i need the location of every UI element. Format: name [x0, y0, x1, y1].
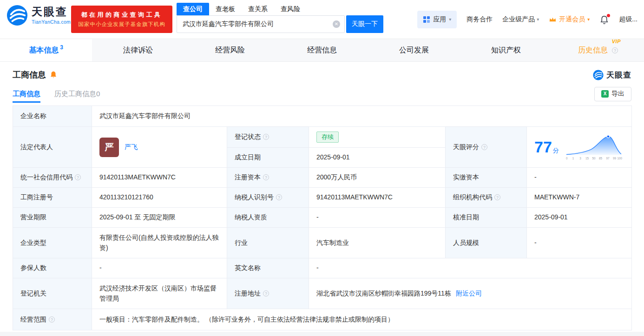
chart-tick: 15 — [585, 157, 589, 160]
paid-capital-value: - — [527, 168, 632, 188]
info-icon[interactable] — [276, 194, 282, 200]
enterprise-products-menu[interactable]: 企业级产品 — [502, 15, 539, 24]
tab-business-info[interactable]: 经营信息 — [276, 39, 368, 61]
notification-dot — [607, 14, 610, 17]
tab-company-development[interactable]: 公司发展 — [368, 39, 460, 61]
industry-label: 行业 — [227, 228, 309, 258]
tianyancha-logo-icon — [7, 5, 28, 26]
export-button[interactable]: 导出 — [594, 87, 631, 101]
field-label: 成立日期 — [235, 153, 261, 161]
notification-bell-icon[interactable] — [599, 15, 609, 25]
reg-address-label: 注册地址 — [227, 278, 309, 309]
info-icon[interactable] — [263, 174, 269, 180]
reg-capital-value: 2000万人民币 — [309, 168, 446, 188]
establish-date-value: 2025-09-01 — [309, 148, 446, 168]
subtab-business-info[interactable]: 工商信息 — [13, 85, 40, 103]
paid-capital-label: 实缴资本 — [446, 168, 527, 188]
info-icon[interactable] — [481, 144, 487, 150]
field-label: 登记状态 — [235, 133, 261, 140]
tab-count-badge: 3 — [60, 44, 63, 51]
chevron-down-icon — [587, 17, 590, 22]
subtab-history-business-info[interactable]: 历史工商信息0 — [54, 85, 100, 103]
search-box — [177, 15, 345, 33]
vip-upgrade-menu[interactable]: 开通会员 — [549, 15, 590, 24]
apps-label: 应用 — [433, 15, 446, 24]
apps-menu[interactable]: 应用 — [417, 11, 457, 28]
reg-authority-label: 登记机关 — [13, 278, 92, 309]
info-icon[interactable] — [263, 290, 269, 296]
reg-status-label: 登记状态 — [227, 127, 309, 148]
tab-label: 法律诉讼 — [123, 46, 153, 55]
table-row: 统一社会信用代码 91420113MAETKWWN7C 注册资本 2000万人民… — [13, 168, 632, 188]
chart-tick: 1 — [572, 157, 574, 160]
chart-tick: 100 — [617, 157, 622, 160]
field-label: 营业期限 — [20, 213, 46, 221]
table-row: 工商注册号 420113210121760 纳税人识别号 91420113MAE… — [13, 188, 632, 208]
super-vip-link[interactable]: 超级... — [619, 15, 637, 24]
search-tab-risk[interactable]: 查风险 — [274, 3, 307, 15]
reg-number-value: 420113210121760 — [92, 188, 227, 208]
field-label: 天眼评分 — [453, 143, 479, 151]
status-badge: 存续 — [316, 132, 339, 143]
address-text: 湖北省武汉市汉南区纱帽街幸福园路199号11栋 — [316, 290, 451, 297]
score-number: 77 — [534, 139, 552, 155]
reg-number-label: 工商注册号 — [13, 188, 92, 208]
info-icon[interactable] — [49, 316, 55, 323]
chevron-down-icon — [537, 17, 539, 22]
field-label: 参保人数 — [20, 264, 46, 271]
info-icon[interactable] — [75, 174, 81, 180]
english-name-value: - — [309, 258, 632, 278]
watermark-brand: 天眼查 — [606, 70, 631, 80]
tab-operation-risk[interactable]: 经营风险 — [184, 39, 276, 61]
field-label: 登记机关 — [20, 290, 46, 297]
brand-logo[interactable]: 天眼查 TianYanCha.com — [7, 5, 71, 26]
field-label: 注册地址 — [235, 290, 261, 297]
score-value: 77 分 — [527, 127, 632, 168]
legal-rep-card: 严 严飞 — [99, 138, 219, 157]
table-row: 企业类型 有限责任公司(自然人投资或控股的法人独资) 行业 汽车制造业 人员规模… — [13, 228, 632, 258]
table-row: 参保人数 - 英文名称 - — [13, 258, 632, 278]
clear-icon[interactable] — [333, 20, 340, 28]
credit-code-label: 统一社会信用代码 — [13, 168, 92, 188]
search-tab-relation[interactable]: 查关系 — [242, 3, 274, 15]
legal-rep-link[interactable]: 严飞 — [125, 142, 138, 152]
info-icon[interactable] — [263, 134, 269, 140]
staff-size-value: - — [527, 228, 632, 258]
chart-tick: 3 — [579, 157, 581, 160]
business-term-value: 2025-09-01 至 无固定期限 — [92, 208, 227, 228]
tab-legal-proceedings[interactable]: 法律诉讼 — [92, 39, 184, 61]
excel-icon — [601, 90, 609, 98]
search-tab-company[interactable]: 查公司 — [177, 3, 209, 15]
score-widget: 77 分 — [534, 134, 624, 161]
org-code-label: 组织机构代码 — [446, 188, 527, 208]
chart-tick: 97 — [606, 157, 609, 160]
taxpayer-quality-label: 纳税人资质 — [227, 208, 309, 228]
crown-icon — [549, 16, 557, 23]
info-icon[interactable] — [612, 47, 618, 53]
table-row: 企业名称 武汉市延鑫汽车零部件有限公司 — [13, 106, 632, 127]
info-icon[interactable] — [494, 194, 500, 200]
section-watermark: 天眼查 — [593, 70, 631, 80]
legal-rep-label: 法定代表人 — [13, 127, 92, 168]
reg-address-value: 湖北省武汉市汉南区纱帽街幸福园路199号11栋附近公司 — [309, 278, 632, 309]
tab-history-info[interactable]: 历史信息 VIP — [552, 39, 644, 61]
table-row: 登记机关 武汉经济技术开发区（汉南区）市场监督管理局 注册地址 湖北省武汉市汉南… — [13, 278, 632, 309]
nearby-companies-link[interactable]: 附近公司 — [456, 290, 482, 297]
score-marker-dot — [607, 135, 610, 138]
business-cooperation-link[interactable]: 商务合作 — [467, 15, 493, 24]
business-scope-label: 经营范围 — [13, 309, 92, 330]
approval-date-label: 核准日期 — [446, 208, 527, 228]
promo-line2: 国家中小企业发展子基金旗下机构 — [78, 21, 165, 28]
field-label: 纳税人识别号 — [235, 193, 274, 201]
vip-upgrade-label: 开通会员 — [559, 15, 585, 24]
search-tab-boss[interactable]: 查老板 — [209, 3, 242, 15]
tab-intellectual-property[interactable]: 知识产权 — [460, 39, 552, 61]
insured-count-label: 参保人数 — [13, 258, 92, 278]
field-label: 英文名称 — [235, 264, 261, 271]
search-button[interactable]: 天眼一下 — [346, 15, 383, 33]
establish-date-label: 成立日期 — [227, 148, 309, 168]
search-input[interactable] — [177, 15, 345, 33]
legal-rep-avatar[interactable]: 严 — [99, 138, 119, 157]
tab-basic-info[interactable]: 基本信息 3 — [0, 39, 92, 61]
monitor-bell-icon[interactable] — [49, 71, 58, 79]
